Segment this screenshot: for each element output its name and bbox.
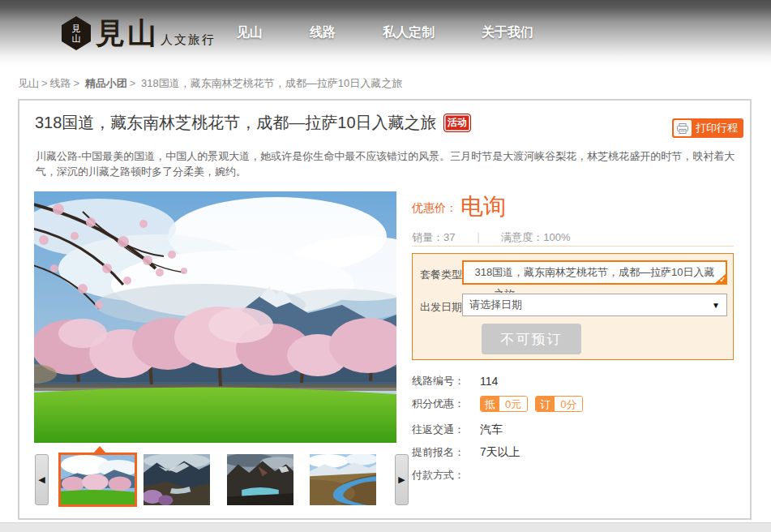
package-option-text: 318国道，藏东南林芝桃花节，成都—拉萨10日入藏 <box>474 265 714 280</box>
book-button-disabled[interactable]: 不可预订 <box>482 324 581 354</box>
footer-strip <box>0 522 771 532</box>
print-button-label: 打印行程 <box>696 121 738 135</box>
detail-row-payment: 付款方式： <box>412 467 480 483</box>
thumbnail-2[interactable] <box>143 454 210 505</box>
breadcrumb-separator: > <box>74 77 80 89</box>
activity-badge: 活动 <box>443 114 471 132</box>
route-number-value: 114 <box>480 375 498 388</box>
transport-value: 汽车 <box>480 423 503 437</box>
price-label: 优惠价： <box>412 201 457 219</box>
departure-date-select[interactable]: 请选择日期 ▼ <box>462 294 727 316</box>
points-earn-value: 0分 <box>555 397 582 411</box>
main-photo[interactable] <box>34 191 396 443</box>
nav-item-home[interactable]: 见山 <box>237 24 263 41</box>
points-label: 积分优惠： <box>412 397 480 411</box>
printer-icon <box>674 120 692 136</box>
stats-divider: ｜ <box>473 230 483 245</box>
advance-booking-label: 提前报名： <box>412 445 480 460</box>
logo-brand-text: 見山 <box>96 16 159 50</box>
right-arrow-icon: ▶ <box>398 474 405 485</box>
thumbnail-3[interactable] <box>227 454 293 505</box>
page-title: 318国道，藏东南林芝桃花节，成都—拉萨10日入藏之旅 <box>35 112 437 134</box>
points-earn-badge: 订 0分 <box>535 396 583 412</box>
chevron-down-icon: ▼ <box>712 301 720 310</box>
nav-item-custom[interactable]: 私人定制 <box>383 24 435 41</box>
transport-label: 往返交通： <box>412 423 480 437</box>
logo-brand-suffix: 人文旅行 <box>161 32 216 48</box>
title-row: 318国道，藏东南林芝桃花节，成都—拉萨10日入藏之旅 活动 <box>35 112 471 134</box>
advance-booking-value: 7天以上 <box>480 445 520 460</box>
price-divider <box>412 246 734 247</box>
tour-detail-card: 318国道，藏东南林芝桃花节，成都—拉萨10日入藏之旅 活动 打印行程 川藏公路… <box>18 99 752 520</box>
site-header: 見 山 見山 人文旅行 见山 线路 私人定制 关于我们 <box>0 0 771 66</box>
booking-panel: 套餐类型： 318国道，藏东南林芝桃花节，成都—拉萨10日入藏 ✓ 之旅 出发日… <box>412 253 734 360</box>
breadcrumb-home[interactable]: 见山 <box>18 77 39 89</box>
breadcrumb-category[interactable]: 精品小团 <box>85 77 127 89</box>
thumbnail-4[interactable] <box>310 454 376 505</box>
nav-item-about[interactable]: 关于我们 <box>482 24 533 41</box>
points-deduct-key: 抵 <box>481 397 499 411</box>
sales-count: 销量：37 <box>412 230 455 245</box>
price-value: 电询 <box>460 195 506 219</box>
breadcrumb-separator: > <box>130 77 136 89</box>
logo-hex-char-bottom: 山 <box>72 33 81 43</box>
logo-hexagon-icon: 見 山 <box>62 16 91 50</box>
points-deduct-badge: 抵 0元 <box>480 396 528 412</box>
detail-row-advance-booking: 提前报名： 7天以上 <box>412 444 520 461</box>
tour-description: 川藏公路-中国最美的国道，中国人的景观大道，她或许是你生命中最不应该错过的风景。… <box>36 148 736 179</box>
points-earn-key: 订 <box>536 397 555 411</box>
package-option-overflow-text: 之旅 <box>494 287 656 293</box>
detail-row-points: 积分优惠： 抵 0元 订 0分 <box>412 396 590 412</box>
breadcrumb-separator: > <box>41 77 48 89</box>
detail-row-transport: 往返交通： 汽车 <box>412 422 503 438</box>
points-deduct-value: 0元 <box>499 397 527 411</box>
print-itinerary-button[interactable]: 打印行程 <box>672 118 743 138</box>
breadcrumb-routes[interactable]: 线路 <box>50 77 71 89</box>
breadcrumb: 见山>线路> 精品小团> 318国道，藏东南林芝桃花节，成都—拉萨10日入藏之旅 <box>18 76 402 91</box>
price-row: 优惠价： 电询 <box>412 195 506 219</box>
thumbnails-prev-button[interactable]: ◀ <box>35 454 49 505</box>
main-nav: 见山 线路 私人定制 关于我们 <box>237 24 580 41</box>
route-number-label: 线路编号： <box>412 374 480 388</box>
stats-row: 销量：37 ｜ 满意度：100% <box>412 230 734 245</box>
satisfaction-value: 满意度：100% <box>501 230 570 245</box>
breadcrumb-current: 318国道，藏东南林芝桃花节，成都—拉萨10日入藏之旅 <box>141 77 402 89</box>
logo-hex-char-top: 見 <box>72 24 81 33</box>
thumbnails-next-button[interactable]: ▶ <box>395 454 409 505</box>
nav-item-routes[interactable]: 线路 <box>310 24 336 41</box>
thumbnail-1-selected[interactable] <box>58 453 137 507</box>
detail-row-route-number: 线路编号： 114 <box>412 373 498 389</box>
date-select-placeholder: 请选择日期 <box>469 298 522 312</box>
package-option-selected[interactable]: 318国道，藏东南林芝桃花节，成都—拉萨10日入藏 ✓ <box>462 260 727 285</box>
payment-label: 付款方式： <box>412 468 480 483</box>
check-icon: ✓ <box>719 276 726 284</box>
page: 見 山 見山 人文旅行 见山 线路 私人定制 关于我们 见山>线路> 精品小团>… <box>0 0 771 532</box>
left-arrow-icon: ◀ <box>38 474 45 485</box>
site-logo[interactable]: 見 山 見山 人文旅行 <box>62 16 216 50</box>
